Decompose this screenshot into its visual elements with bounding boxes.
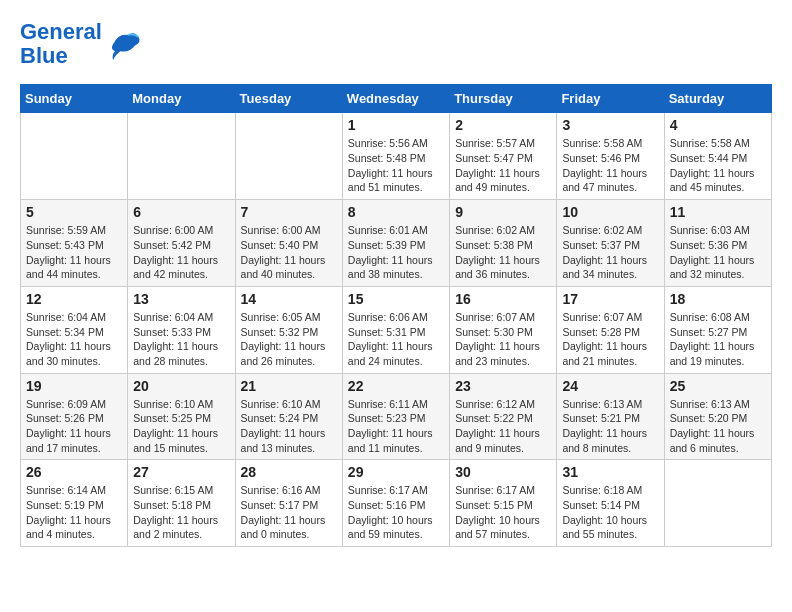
calendar-week-row: 19Sunrise: 6:09 AM Sunset: 5:26 PM Dayli… xyxy=(21,373,772,460)
calendar-week-row: 12Sunrise: 6:04 AM Sunset: 5:34 PM Dayli… xyxy=(21,286,772,373)
col-header-friday: Friday xyxy=(557,85,664,113)
day-number: 12 xyxy=(26,291,122,307)
calendar-cell: 15Sunrise: 6:06 AM Sunset: 5:31 PM Dayli… xyxy=(342,286,449,373)
calendar-week-row: 1Sunrise: 5:56 AM Sunset: 5:48 PM Daylig… xyxy=(21,113,772,200)
day-info: Sunrise: 6:05 AM Sunset: 5:32 PM Dayligh… xyxy=(241,310,337,369)
day-info: Sunrise: 6:10 AM Sunset: 5:25 PM Dayligh… xyxy=(133,397,229,456)
day-info: Sunrise: 6:03 AM Sunset: 5:36 PM Dayligh… xyxy=(670,223,766,282)
calendar-cell: 19Sunrise: 6:09 AM Sunset: 5:26 PM Dayli… xyxy=(21,373,128,460)
day-info: Sunrise: 6:08 AM Sunset: 5:27 PM Dayligh… xyxy=(670,310,766,369)
calendar-cell: 27Sunrise: 6:15 AM Sunset: 5:18 PM Dayli… xyxy=(128,460,235,547)
day-info: Sunrise: 6:10 AM Sunset: 5:24 PM Dayligh… xyxy=(241,397,337,456)
day-info: Sunrise: 6:17 AM Sunset: 5:16 PM Dayligh… xyxy=(348,483,444,542)
calendar-cell: 9Sunrise: 6:02 AM Sunset: 5:38 PM Daylig… xyxy=(450,200,557,287)
calendar-cell xyxy=(664,460,771,547)
col-header-monday: Monday xyxy=(128,85,235,113)
calendar-cell: 12Sunrise: 6:04 AM Sunset: 5:34 PM Dayli… xyxy=(21,286,128,373)
calendar-cell: 28Sunrise: 6:16 AM Sunset: 5:17 PM Dayli… xyxy=(235,460,342,547)
day-info: Sunrise: 6:04 AM Sunset: 5:33 PM Dayligh… xyxy=(133,310,229,369)
day-info: Sunrise: 6:17 AM Sunset: 5:15 PM Dayligh… xyxy=(455,483,551,542)
day-info: Sunrise: 5:58 AM Sunset: 5:44 PM Dayligh… xyxy=(670,136,766,195)
day-number: 7 xyxy=(241,204,337,220)
calendar-cell: 25Sunrise: 6:13 AM Sunset: 5:20 PM Dayli… xyxy=(664,373,771,460)
calendar-cell: 24Sunrise: 6:13 AM Sunset: 5:21 PM Dayli… xyxy=(557,373,664,460)
day-info: Sunrise: 6:01 AM Sunset: 5:39 PM Dayligh… xyxy=(348,223,444,282)
calendar-cell: 23Sunrise: 6:12 AM Sunset: 5:22 PM Dayli… xyxy=(450,373,557,460)
calendar-cell: 13Sunrise: 6:04 AM Sunset: 5:33 PM Dayli… xyxy=(128,286,235,373)
calendar-cell: 21Sunrise: 6:10 AM Sunset: 5:24 PM Dayli… xyxy=(235,373,342,460)
calendar-cell: 29Sunrise: 6:17 AM Sunset: 5:16 PM Dayli… xyxy=(342,460,449,547)
logo-text: General xyxy=(20,20,102,44)
calendar-table: SundayMondayTuesdayWednesdayThursdayFrid… xyxy=(20,84,772,547)
logo: General Blue xyxy=(20,20,142,68)
day-info: Sunrise: 6:14 AM Sunset: 5:19 PM Dayligh… xyxy=(26,483,122,542)
col-header-thursday: Thursday xyxy=(450,85,557,113)
calendar-cell: 16Sunrise: 6:07 AM Sunset: 5:30 PM Dayli… xyxy=(450,286,557,373)
day-number: 27 xyxy=(133,464,229,480)
day-info: Sunrise: 5:56 AM Sunset: 5:48 PM Dayligh… xyxy=(348,136,444,195)
calendar-cell: 2Sunrise: 5:57 AM Sunset: 5:47 PM Daylig… xyxy=(450,113,557,200)
day-info: Sunrise: 6:15 AM Sunset: 5:18 PM Dayligh… xyxy=(133,483,229,542)
calendar-cell: 26Sunrise: 6:14 AM Sunset: 5:19 PM Dayli… xyxy=(21,460,128,547)
day-number: 15 xyxy=(348,291,444,307)
day-number: 23 xyxy=(455,378,551,394)
day-number: 5 xyxy=(26,204,122,220)
day-info: Sunrise: 6:00 AM Sunset: 5:40 PM Dayligh… xyxy=(241,223,337,282)
day-number: 17 xyxy=(562,291,658,307)
day-number: 21 xyxy=(241,378,337,394)
day-info: Sunrise: 6:13 AM Sunset: 5:20 PM Dayligh… xyxy=(670,397,766,456)
day-info: Sunrise: 5:58 AM Sunset: 5:46 PM Dayligh… xyxy=(562,136,658,195)
col-header-saturday: Saturday xyxy=(664,85,771,113)
page-header: General Blue xyxy=(20,20,772,68)
calendar-cell xyxy=(21,113,128,200)
day-number: 2 xyxy=(455,117,551,133)
day-number: 25 xyxy=(670,378,766,394)
day-info: Sunrise: 6:13 AM Sunset: 5:21 PM Dayligh… xyxy=(562,397,658,456)
day-info: Sunrise: 6:12 AM Sunset: 5:22 PM Dayligh… xyxy=(455,397,551,456)
day-info: Sunrise: 6:00 AM Sunset: 5:42 PM Dayligh… xyxy=(133,223,229,282)
day-info: Sunrise: 6:16 AM Sunset: 5:17 PM Dayligh… xyxy=(241,483,337,542)
calendar-header-row: SundayMondayTuesdayWednesdayThursdayFrid… xyxy=(21,85,772,113)
calendar-cell: 17Sunrise: 6:07 AM Sunset: 5:28 PM Dayli… xyxy=(557,286,664,373)
logo-text2: Blue xyxy=(20,44,102,68)
day-info: Sunrise: 5:57 AM Sunset: 5:47 PM Dayligh… xyxy=(455,136,551,195)
day-info: Sunrise: 6:11 AM Sunset: 5:23 PM Dayligh… xyxy=(348,397,444,456)
col-header-tuesday: Tuesday xyxy=(235,85,342,113)
day-number: 14 xyxy=(241,291,337,307)
day-info: Sunrise: 5:59 AM Sunset: 5:43 PM Dayligh… xyxy=(26,223,122,282)
calendar-cell: 1Sunrise: 5:56 AM Sunset: 5:48 PM Daylig… xyxy=(342,113,449,200)
day-number: 11 xyxy=(670,204,766,220)
calendar-cell: 3Sunrise: 5:58 AM Sunset: 5:46 PM Daylig… xyxy=(557,113,664,200)
day-number: 30 xyxy=(455,464,551,480)
col-header-sunday: Sunday xyxy=(21,85,128,113)
calendar-week-row: 5Sunrise: 5:59 AM Sunset: 5:43 PM Daylig… xyxy=(21,200,772,287)
day-info: Sunrise: 6:07 AM Sunset: 5:28 PM Dayligh… xyxy=(562,310,658,369)
calendar-cell: 31Sunrise: 6:18 AM Sunset: 5:14 PM Dayli… xyxy=(557,460,664,547)
day-info: Sunrise: 6:09 AM Sunset: 5:26 PM Dayligh… xyxy=(26,397,122,456)
day-number: 6 xyxy=(133,204,229,220)
day-number: 31 xyxy=(562,464,658,480)
day-number: 3 xyxy=(562,117,658,133)
calendar-cell: 30Sunrise: 6:17 AM Sunset: 5:15 PM Dayli… xyxy=(450,460,557,547)
day-number: 8 xyxy=(348,204,444,220)
calendar-cell: 7Sunrise: 6:00 AM Sunset: 5:40 PM Daylig… xyxy=(235,200,342,287)
calendar-cell: 4Sunrise: 5:58 AM Sunset: 5:44 PM Daylig… xyxy=(664,113,771,200)
calendar-week-row: 26Sunrise: 6:14 AM Sunset: 5:19 PM Dayli… xyxy=(21,460,772,547)
day-number: 22 xyxy=(348,378,444,394)
day-number: 19 xyxy=(26,378,122,394)
calendar-cell xyxy=(128,113,235,200)
day-info: Sunrise: 6:02 AM Sunset: 5:37 PM Dayligh… xyxy=(562,223,658,282)
calendar-cell: 5Sunrise: 5:59 AM Sunset: 5:43 PM Daylig… xyxy=(21,200,128,287)
logo-bird-icon xyxy=(106,26,142,62)
day-info: Sunrise: 6:04 AM Sunset: 5:34 PM Dayligh… xyxy=(26,310,122,369)
day-info: Sunrise: 6:18 AM Sunset: 5:14 PM Dayligh… xyxy=(562,483,658,542)
day-number: 28 xyxy=(241,464,337,480)
day-info: Sunrise: 6:07 AM Sunset: 5:30 PM Dayligh… xyxy=(455,310,551,369)
day-number: 20 xyxy=(133,378,229,394)
day-info: Sunrise: 6:02 AM Sunset: 5:38 PM Dayligh… xyxy=(455,223,551,282)
day-number: 16 xyxy=(455,291,551,307)
calendar-cell: 22Sunrise: 6:11 AM Sunset: 5:23 PM Dayli… xyxy=(342,373,449,460)
calendar-cell: 6Sunrise: 6:00 AM Sunset: 5:42 PM Daylig… xyxy=(128,200,235,287)
day-number: 13 xyxy=(133,291,229,307)
day-number: 29 xyxy=(348,464,444,480)
